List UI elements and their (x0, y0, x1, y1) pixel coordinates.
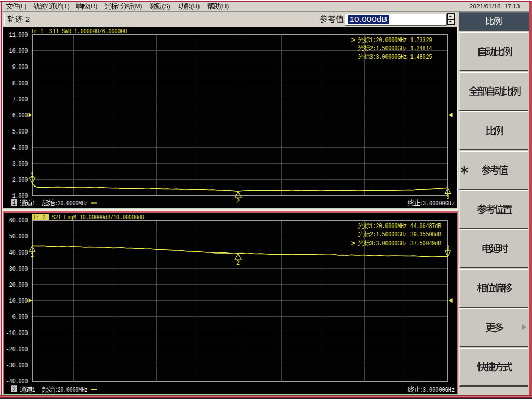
svg-text:0.000: 0.000 (12, 314, 28, 321)
svg-text:30.000: 30.000 (9, 265, 28, 273)
svg-text:3: 3 (446, 245, 449, 252)
svg-text::20.0000MHz: :20.0000MHz (55, 387, 88, 394)
svg-text:1.24814: 1.24814 (410, 45, 432, 52)
svg-text:1: 1 (31, 251, 34, 259)
svg-text:4.000: 4.000 (12, 144, 28, 152)
svg-text:6.000: 6.000 (12, 112, 28, 119)
svg-text::20.0000MHz: :20.0000MHz (55, 200, 88, 207)
svg-text:2:1.50000GHz: 2:1.50000GHz (370, 45, 407, 52)
svg-text:10.000: 10.000 (9, 298, 28, 305)
svg-text:3:3.00000GHz: 3:3.00000GHz (370, 240, 407, 247)
svg-text:2:1.50000GHz: 2:1.50000GHz (370, 231, 407, 238)
svg-text:8.000: 8.000 (12, 80, 28, 87)
svg-text:2: 2 (25, 15, 30, 23)
svg-text:S21 LogM 10.00000dB/10.00000dB: S21 LogM 10.00000dB/10.00000dB (52, 214, 144, 221)
svg-text:2: 2 (12, 386, 16, 393)
svg-text:3:3.00000GHz: 3:3.00000GHz (370, 54, 407, 61)
svg-text:5.000: 5.000 (12, 128, 28, 136)
svg-text:1: 1 (31, 171, 34, 179)
svg-text:1.73329: 1.73329 (410, 37, 432, 44)
svg-text:44.06487dB: 44.06487dB (410, 223, 442, 230)
svg-text:39.35508dB: 39.35508dB (410, 231, 442, 238)
svg-text:-40.000: -40.000 (6, 378, 28, 385)
svg-text:10.000: 10.000 (9, 48, 28, 55)
svg-text:(S): (S) (162, 3, 170, 10)
svg-text:Tr 2: Tr 2 (33, 214, 46, 221)
svg-text:/: / (117, 3, 119, 10)
svg-text:7.000: 7.000 (12, 96, 28, 103)
svg-text:1.000: 1.000 (12, 193, 28, 200)
svg-text:2.000: 2.000 (12, 177, 28, 184)
svg-text:Tr 1 S11 SWR 1.00000U/6.00000: Tr 1 S11 SWR 1.00000U/6.00000U (31, 28, 127, 35)
svg-text::3.00000GHz: :3.00000GHz (420, 200, 455, 207)
svg-text::3.00000GHz: :3.00000GHz (420, 387, 455, 394)
svg-text:1.48025: 1.48025 (410, 54, 432, 61)
svg-text:>: > (351, 240, 355, 247)
svg-text:1: 1 (12, 200, 16, 207)
svg-text:10.000dB: 10.000dB (350, 15, 388, 23)
svg-text:1:20.0000MHz: 1:20.0000MHz (370, 223, 407, 230)
svg-text:1:20.0000MHz: 1:20.0000MHz (370, 37, 407, 44)
svg-text:-30.000: -30.000 (6, 362, 28, 369)
svg-text:2021/01/18 17:13: 2021/01/18 17:13 (470, 3, 520, 9)
svg-text:/: / (46, 3, 48, 10)
svg-text:(R): (R) (89, 3, 98, 10)
svg-text:40.000: 40.000 (9, 249, 28, 257)
svg-text:37.50049dB: 37.50049dB (410, 240, 442, 247)
svg-text:>: > (351, 36, 355, 44)
svg-text:50.000: 50.000 (9, 233, 28, 241)
svg-text:20.000: 20.000 (9, 282, 28, 289)
svg-text:(H): (H) (220, 3, 229, 10)
svg-text:-10.000: -10.000 (6, 330, 28, 337)
svg-text:1: 1 (32, 387, 35, 394)
svg-text:11.000: 11.000 (9, 32, 28, 39)
svg-text:2: 2 (236, 198, 240, 205)
svg-text:(F): (F) (19, 3, 26, 10)
svg-text:-20.000: -20.000 (6, 346, 28, 353)
svg-text:(M): (M) (133, 3, 142, 10)
svg-text:(U): (U) (191, 3, 200, 10)
svg-text:60.000: 60.000 (9, 217, 28, 224)
svg-text:9.000: 9.000 (12, 64, 28, 71)
svg-text:2: 2 (236, 260, 240, 267)
svg-text:(T): (T) (62, 3, 70, 10)
svg-text:3.000: 3.000 (12, 161, 28, 168)
svg-text:1: 1 (32, 200, 35, 207)
